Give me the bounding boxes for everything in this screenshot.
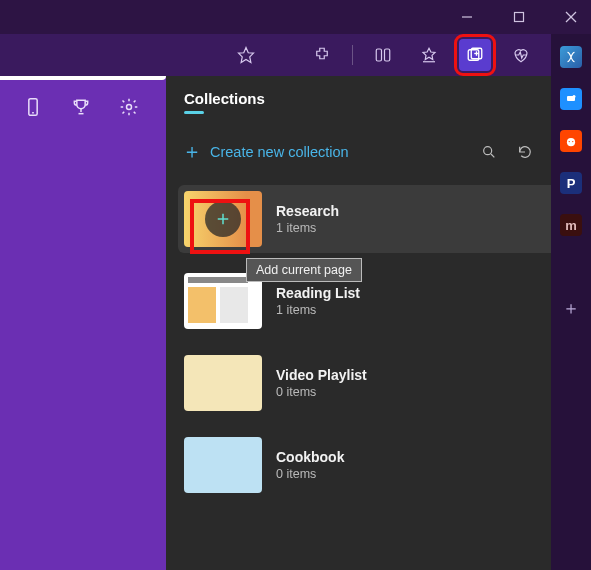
panel-title: Collections [184, 90, 549, 107]
collection-card[interactable]: Research1 items⋯ [178, 185, 579, 253]
add-sidebar-icon[interactable]: ＋ [562, 296, 580, 320]
window-titlebar [0, 0, 591, 34]
add-page-tooltip: Add current page [246, 258, 362, 282]
favorite-star-icon[interactable] [230, 39, 262, 71]
collection-count: 1 items [276, 303, 360, 317]
svg-point-26 [569, 141, 570, 142]
collection-title: Reading List [276, 285, 360, 301]
collection-count: 0 items [276, 467, 344, 481]
svg-point-27 [572, 141, 573, 142]
page-tab-edge [0, 76, 166, 80]
svg-point-25 [567, 138, 575, 146]
collection-card[interactable]: Reading List1 items [178, 267, 579, 335]
browser-toolbar: ⋯ [0, 34, 591, 76]
collection-card[interactable]: Video Playlist0 items [178, 349, 579, 417]
copilot-icon[interactable] [560, 46, 582, 68]
collection-thumbnail [184, 437, 262, 493]
collection-thumbnail [184, 355, 262, 411]
svg-rect-6 [385, 49, 390, 61]
reddit-icon[interactable] [560, 130, 582, 152]
toolbar-separator [352, 45, 353, 65]
split-screen-icon[interactable] [367, 39, 399, 71]
close-button[interactable] [557, 3, 585, 31]
chat-icon[interactable] [560, 88, 582, 110]
page-background [0, 76, 166, 570]
trophy-icon[interactable] [70, 96, 92, 118]
collection-count: 0 items [276, 385, 367, 399]
svg-point-24 [573, 95, 576, 98]
collection-count: 1 items [276, 221, 339, 235]
add-page-button[interactable] [205, 201, 241, 237]
collections-button[interactable] [459, 39, 491, 71]
create-collection-row[interactable]: ＋ Create new collection ⋯ [166, 124, 591, 179]
m-app-icon[interactable]: m [560, 214, 582, 236]
collection-thumbnail [184, 191, 262, 247]
collections-panel: Collections ＋ Create new collection ⋯ Re… [166, 76, 591, 570]
favorites-icon[interactable] [413, 39, 445, 71]
panel-underline [184, 111, 204, 114]
sidebar-rail: P m ＋ [551, 34, 591, 570]
collections-list: Research1 items⋯Reading List1 itemsVideo… [166, 179, 591, 505]
extensions-icon[interactable] [306, 39, 338, 71]
collection-title: Research [276, 203, 339, 219]
create-collection-label: Create new collection [210, 144, 467, 160]
svg-line-20 [491, 154, 494, 157]
minimize-button[interactable] [453, 3, 481, 31]
svg-marker-4 [239, 48, 254, 63]
svg-point-19 [484, 146, 492, 154]
settings-gear-icon[interactable] [118, 96, 140, 118]
plus-icon: ＋ [182, 138, 202, 165]
collection-title: Cookbook [276, 449, 344, 465]
maximize-button[interactable] [505, 3, 533, 31]
svg-point-16 [127, 105, 132, 110]
refresh-icon[interactable] [511, 144, 539, 160]
phone-icon[interactable] [22, 96, 44, 118]
search-icon[interactable] [475, 144, 503, 160]
collection-card[interactable]: Cookbook0 items [178, 431, 579, 499]
svg-rect-5 [376, 49, 381, 61]
svg-rect-1 [515, 13, 524, 22]
paypal-icon[interactable]: P [560, 172, 582, 194]
collection-title: Video Playlist [276, 367, 367, 383]
health-icon[interactable] [505, 39, 537, 71]
